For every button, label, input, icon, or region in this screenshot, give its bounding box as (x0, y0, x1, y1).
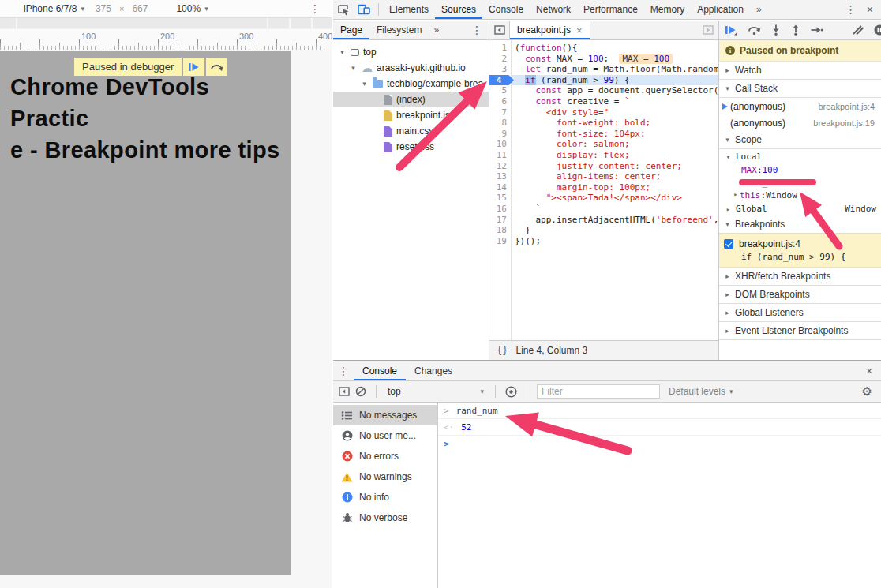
scope-variable-this[interactable]: ▸this: Window (719, 189, 881, 201)
section-global-listeners[interactable]: ▸Global Listeners (719, 304, 881, 322)
section-event-listener-breakpoints[interactable]: ▸Event Listener Breakpoints (719, 322, 881, 340)
scope-variable-max[interactable]: MAX: 100 (719, 163, 881, 176)
section-call-stack[interactable]: ▾Call Stack (719, 80, 881, 98)
line-number[interactable]: 11 (489, 150, 511, 161)
tree-item-breakpoint-js[interactable]: breakpoint.js (333, 107, 489, 123)
line-number[interactable]: 5 (489, 85, 511, 96)
show-console-sidebar-icon[interactable] (339, 387, 350, 396)
tab-page[interactable]: Page (333, 21, 369, 39)
step-over-icon[interactable] (748, 24, 761, 36)
scope-variable-rand_num[interactable]: rand_num: 52 (719, 176, 881, 189)
pretty-print-icon[interactable]: {} (497, 345, 508, 356)
execution-context-select[interactable]: top ▾ (386, 386, 485, 397)
section-xhr-fetch-breakpoints[interactable]: ▸XHR/fetch Breakpoints (719, 268, 881, 286)
more-navigator-tabs-chevron[interactable]: » (429, 21, 444, 39)
tab-application[interactable]: Application (691, 0, 750, 19)
line-number[interactable]: 14 (489, 182, 511, 193)
scope-group-global[interactable]: ▸GlobalWindow (719, 201, 881, 215)
tab-sources[interactable]: Sources (435, 0, 482, 19)
section-breakpoints[interactable]: ▾Breakpoints (719, 215, 881, 234)
more-panels-chevron[interactable]: » (750, 0, 768, 19)
tab-memory[interactable]: Memory (644, 0, 691, 19)
call-stack-frame[interactable]: (anonymous)breakpoint.js:19 (719, 114, 881, 131)
console-filter-no-user-me-[interactable]: No user me... (333, 425, 437, 446)
tree-item--index-[interactable]: (index) (333, 92, 489, 107)
line-number[interactable]: 6 (489, 96, 511, 107)
tree-item-reset-css[interactable]: reset.css (333, 139, 489, 155)
pause-on-exceptions-icon[interactable] (874, 24, 881, 36)
console-prompt[interactable]: > (438, 436, 881, 451)
device-select[interactable]: iPhone 6/7/8 ▾ (24, 3, 84, 14)
devtools-close-button[interactable]: × (864, 0, 881, 19)
viewport-width-field[interactable]: 375 (96, 3, 111, 14)
breakpoint-checkbox[interactable] (724, 239, 733, 249)
device-viewport[interactable]: Paused in debugger Chrome DevTools Pract… (0, 51, 291, 575)
line-number[interactable]: 15 (489, 193, 511, 204)
drawer-close-button[interactable]: × (857, 361, 881, 380)
tab-performance[interactable]: Performance (577, 0, 644, 19)
scope-group-local[interactable]: ▾Local (719, 149, 881, 163)
call-stack-frame[interactable]: (anonymous)breakpoint.js:4 (719, 98, 881, 114)
line-number[interactable]: 19 (489, 236, 511, 247)
line-number[interactable]: 17 (489, 215, 511, 226)
step-into-icon[interactable] (771, 24, 781, 36)
section-dom-breakpoints[interactable]: ▸DOM Breakpoints (719, 286, 881, 304)
open-file-panel-icon[interactable] (698, 21, 718, 39)
line-number[interactable]: 2 (489, 54, 511, 65)
zoom-select[interactable]: 100% ▾ (176, 3, 208, 14)
console-filter-no-verbose[interactable]: No verbose (333, 507, 437, 528)
line-number[interactable]: 4 (489, 75, 514, 86)
clear-console-icon[interactable] (355, 386, 366, 397)
tab-console[interactable]: Console (354, 361, 406, 380)
line-number-gutter[interactable]: 12345678910111213141516171819 (489, 40, 512, 340)
editor-tab-breakpoint-js[interactable]: breakpoint.js × (510, 21, 590, 39)
tab-changes[interactable]: Changes (406, 361, 461, 380)
console-filter-input[interactable] (537, 384, 660, 399)
line-number[interactable]: 13 (489, 171, 511, 182)
line-number[interactable]: 18 (489, 225, 511, 236)
code-text[interactable]: (function(){ const MAX = 100; MAX = 100 … (512, 40, 718, 340)
console-settings-gear-icon[interactable]: ⚙ (862, 384, 875, 399)
line-number[interactable]: 7 (489, 107, 511, 118)
expander-icon[interactable]: ▾ (338, 48, 347, 56)
tree-item-arasaki-yuki-github-io[interactable]: ▾☁arasaki-yuki.github.io (333, 60, 489, 76)
viewport-height-field[interactable]: 667 (132, 3, 148, 14)
tab-filesystem[interactable]: Filesystem (369, 21, 429, 39)
section-scope[interactable]: ▾Scope (719, 131, 881, 149)
inspect-element-icon[interactable] (333, 0, 354, 19)
line-number[interactable]: 8 (489, 118, 511, 129)
tree-item-top[interactable]: ▾top (333, 44, 489, 60)
console-messages[interactable]: >rand_num<·52> (438, 403, 881, 588)
close-tab-icon[interactable]: × (576, 24, 583, 36)
expander-icon[interactable]: ▾ (360, 80, 369, 88)
resume-icon[interactable] (725, 25, 737, 36)
breakpoint-entry[interactable]: breakpoint.js:4if (rand_num > 99) { (719, 234, 881, 268)
section-watch[interactable]: ▸Watch (719, 62, 881, 80)
line-number[interactable]: 10 (489, 139, 511, 150)
device-toolbar-toggle-icon[interactable] (354, 0, 374, 19)
devtools-menu-kebab[interactable]: ⋮ (838, 0, 864, 19)
tab-console[interactable]: Console (482, 0, 530, 19)
step-icon[interactable] (811, 25, 823, 35)
device-toolbar-menu[interactable]: ⋮ (306, 2, 324, 15)
console-filter-no-messages[interactable]: No messages (333, 405, 437, 425)
tab-elements[interactable]: Elements (383, 0, 435, 19)
step-out-icon[interactable] (791, 24, 800, 36)
line-number[interactable]: 16 (489, 204, 511, 215)
tree-item-techblog-example-brea[interactable]: ▾techblog/example-brea (333, 76, 489, 92)
console-filter-no-warnings[interactable]: No warnings (333, 466, 437, 487)
line-number[interactable]: 3 (489, 64, 511, 75)
media-query-bar[interactable] (0, 18, 332, 29)
line-number[interactable]: 12 (489, 161, 511, 172)
code-editor[interactable]: 12345678910111213141516171819 (function(… (489, 40, 718, 340)
console-filter-no-errors[interactable]: No errors (333, 446, 437, 466)
tree-item-main-css[interactable]: main.css (333, 123, 489, 139)
log-levels-select[interactable]: Default levels ▾ (669, 386, 733, 397)
deactivate-breakpoints-icon[interactable] (852, 24, 864, 36)
hide-navigator-icon[interactable] (489, 21, 510, 39)
expander-icon[interactable]: ▾ (349, 64, 358, 72)
console-filter-no-info[interactable]: No info (333, 487, 437, 507)
live-expression-eye-icon[interactable] (505, 386, 517, 398)
tab-network[interactable]: Network (530, 0, 577, 19)
navigator-menu-kebab[interactable]: ⋮ (465, 21, 489, 39)
